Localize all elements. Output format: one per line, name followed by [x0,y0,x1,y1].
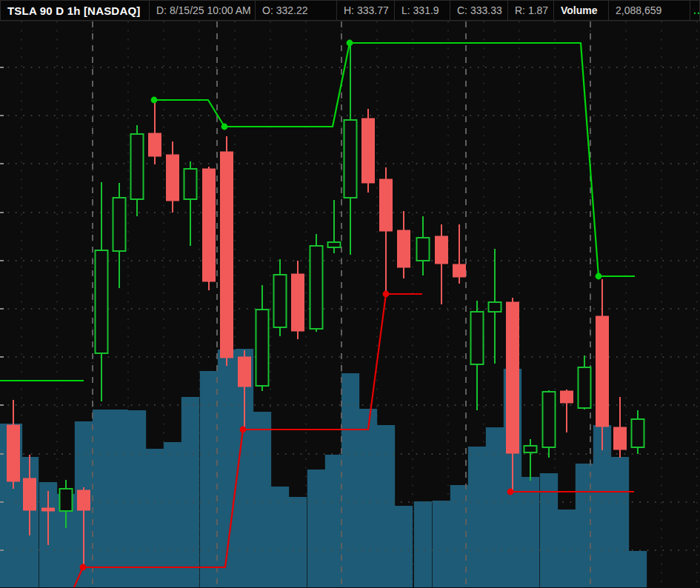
volume-value: 2,088,659 [609,0,690,21]
chart-menu-dots-icon[interactable]: ... [690,0,700,21]
chart-area[interactable] [0,21,700,588]
field-close: C: 333.33 [450,0,508,21]
field-datetime: D: 8/15/25 10:00 AM [150,0,256,21]
field-range: R: 1.87 [508,0,554,21]
field-high: H: 333.77 [337,0,395,21]
price-volume-chart[interactable] [0,21,700,588]
chart-header: TSLA 90 D 1h [NASDAQ] D: 8/15/25 10:00 A… [0,0,700,21]
field-low: L: 331.9 [395,0,450,21]
symbol-title[interactable]: TSLA 90 D 1h [NASDAQ] [0,0,150,21]
volume-label: Volume [554,0,609,21]
field-open: O: 332.22 [256,0,337,21]
